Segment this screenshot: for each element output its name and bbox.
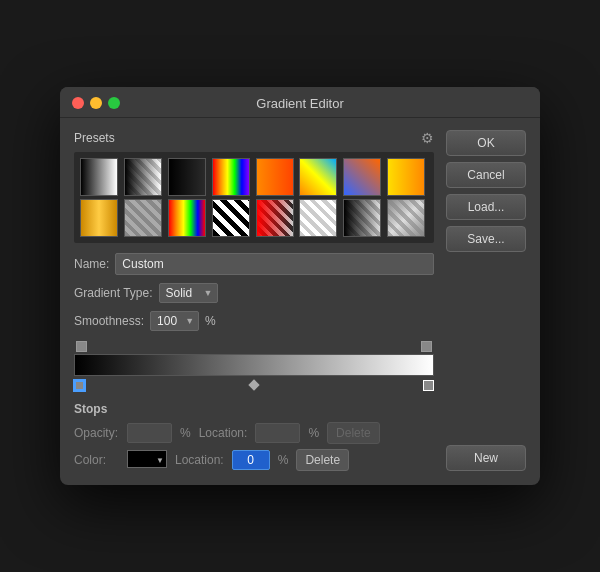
preset-2[interactable] (124, 158, 162, 196)
color-row: Color: ▼ Location: % Delete (74, 449, 434, 471)
load-button[interactable]: Load... (446, 194, 526, 220)
color-swatch-wrapper: ▼ (127, 450, 167, 471)
opacity-stop-left[interactable] (76, 341, 87, 352)
gradient-bar-area (74, 341, 434, 394)
preset-3[interactable] (168, 158, 206, 196)
title-bar: Gradient Editor (60, 87, 540, 118)
name-input[interactable] (115, 253, 434, 275)
location-label-opacity: Location: (199, 426, 248, 440)
new-button[interactable]: New (446, 445, 526, 471)
gradient-type-select[interactable]: Solid Noise (159, 283, 218, 303)
maximize-button[interactable] (108, 97, 120, 109)
delete-button-color[interactable]: Delete (296, 449, 349, 471)
color-swatch[interactable] (127, 450, 167, 468)
smoothness-select[interactable]: 100 75 50 25 0 (150, 311, 199, 331)
opacity-label: Opacity: (74, 426, 119, 440)
stops-section: Stops Opacity: % Location: % Delete Colo… (74, 402, 434, 471)
presets-grid (74, 152, 434, 243)
preset-15[interactable] (343, 199, 381, 237)
presets-header: Presets ⚙ (74, 130, 434, 146)
smoothness-unit: % (205, 314, 216, 328)
preset-5[interactable] (256, 158, 294, 196)
preset-6[interactable] (299, 158, 337, 196)
preset-14[interactable] (299, 199, 337, 237)
preset-7[interactable] (343, 158, 381, 196)
smoothness-wrapper: 100 75 50 25 0 ▼ (150, 311, 199, 331)
location-input-opacity (255, 423, 300, 443)
smoothness-row: Smoothness: 100 75 50 25 0 ▼ % (74, 311, 434, 331)
preset-8[interactable] (387, 158, 425, 196)
ok-button[interactable]: OK (446, 130, 526, 156)
name-row: Name: (74, 253, 434, 275)
opacity-row: Opacity: % Location: % Delete (74, 422, 434, 444)
preset-12[interactable] (212, 199, 250, 237)
gradient-type-label: Gradient Type: (74, 286, 153, 300)
delete-button-opacity: Delete (327, 422, 380, 444)
gradient-type-wrapper: Solid Noise ▼ (159, 283, 218, 303)
color-location-label: Location: (175, 453, 224, 467)
dialog-title: Gradient Editor (256, 96, 343, 111)
preset-1[interactable] (80, 158, 118, 196)
gradient-type-row: Gradient Type: Solid Noise ▼ (74, 283, 434, 303)
left-panel: Presets ⚙ (74, 130, 434, 471)
color-stop-right[interactable] (423, 380, 434, 391)
opacity-pct: % (180, 426, 191, 440)
color-location-input[interactable] (232, 450, 270, 470)
dialog-body: Presets ⚙ (60, 118, 540, 485)
gradient-bar[interactable] (74, 354, 434, 376)
presets-label: Presets (74, 131, 115, 145)
cancel-button[interactable]: Cancel (446, 162, 526, 188)
smoothness-label: Smoothness: (74, 314, 144, 328)
gear-icon[interactable]: ⚙ (421, 130, 434, 146)
preset-9[interactable] (80, 199, 118, 237)
opacity-input (127, 423, 172, 443)
opacity-stop-right[interactable] (421, 341, 432, 352)
right-panel: OK Cancel Load... Save... New (446, 130, 526, 471)
preset-13[interactable] (256, 199, 294, 237)
save-button[interactable]: Save... (446, 226, 526, 252)
preset-10[interactable] (124, 199, 162, 237)
traffic-lights (72, 97, 120, 109)
location-pct-opacity: % (308, 426, 319, 440)
color-stop-left[interactable] (74, 380, 85, 391)
preset-16[interactable] (387, 199, 425, 237)
stops-title: Stops (74, 402, 434, 416)
color-stops-row (74, 376, 434, 394)
name-label: Name: (74, 257, 109, 271)
color-location-pct: % (278, 453, 289, 467)
close-button[interactable] (72, 97, 84, 109)
preset-4[interactable] (212, 158, 250, 196)
minimize-button[interactable] (90, 97, 102, 109)
color-label: Color: (74, 453, 119, 467)
preset-11[interactable] (168, 199, 206, 237)
midpoint-diamond[interactable] (248, 379, 259, 390)
opacity-stops-row (74, 341, 434, 352)
gradient-editor-dialog: Gradient Editor Presets ⚙ (60, 87, 540, 485)
